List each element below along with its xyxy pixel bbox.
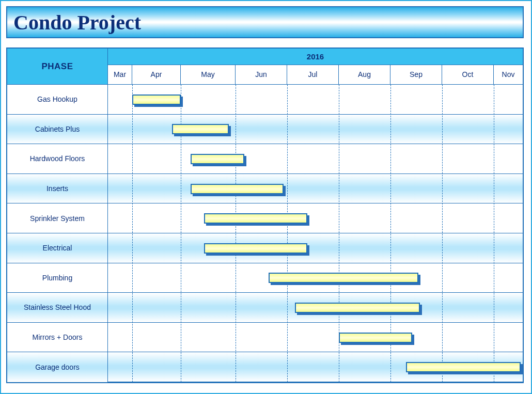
- grid-row: [108, 323, 523, 353]
- grid-vline: [442, 85, 443, 382]
- gantt-bar-fill: [339, 333, 412, 343]
- gantt-bar: [191, 184, 284, 194]
- month-header-apr: Apr: [132, 65, 181, 84]
- grid-row: [108, 203, 523, 233]
- timeline-header: 2016 MarAprMayJunJulAugSepOctNov: [108, 49, 523, 84]
- grid-row: [108, 115, 523, 145]
- month-header-jun: Jun: [236, 65, 287, 84]
- task-label: Cabinets Plus: [7, 115, 107, 145]
- gantt-body: Gas HookupCabinets PlusHardwood FloorsIn…: [7, 85, 523, 382]
- task-label: Gas Hookup: [7, 85, 107, 115]
- gantt-chart: PHASE 2016 MarAprMayJunJulAugSepOctNov G…: [6, 48, 524, 383]
- gantt-bar: [172, 124, 229, 134]
- grid-vline: [494, 85, 494, 382]
- month-header-nov: Nov: [494, 65, 523, 84]
- task-label: Plumbing: [7, 263, 107, 293]
- grid-row: [108, 233, 523, 263]
- grid-vline: [132, 85, 133, 382]
- task-label: Mirrors + Doors: [7, 323, 107, 353]
- month-header-oct: Oct: [442, 65, 494, 84]
- grid-vline: [236, 85, 236, 382]
- task-label: Stainless Steel Hood: [7, 293, 107, 323]
- month-header-may: May: [181, 65, 236, 84]
- grid-row: [108, 174, 523, 204]
- month-header-mar: Mar: [108, 65, 132, 84]
- gantt-bar: [204, 213, 307, 224]
- gantt-bar-fill: [295, 303, 420, 313]
- month-header-sep: Sep: [390, 65, 442, 84]
- gantt-bar: [339, 333, 412, 343]
- year-label: 2016: [108, 49, 523, 65]
- gantt-bar: [269, 273, 418, 283]
- phase-header: PHASE: [7, 49, 108, 84]
- gantt-bar-fill: [191, 154, 244, 164]
- project-title: Condo Project: [13, 10, 141, 35]
- task-label: Sprinkler System: [7, 203, 107, 233]
- title-bar: Condo Project: [6, 6, 524, 38]
- timeline-grid: [108, 85, 523, 382]
- task-label: Garage doors: [7, 352, 107, 382]
- page-root: Condo Project PHASE 2016 MarAprMayJunJul…: [0, 0, 532, 394]
- grid-row: [108, 144, 523, 174]
- task-label: Hardwood Floors: [7, 144, 107, 174]
- gantt-bar-fill: [191, 184, 284, 194]
- gantt-bar-fill: [204, 213, 307, 224]
- gantt-bar: [204, 243, 307, 254]
- gantt-bar: [406, 362, 521, 372]
- gantt-bar-fill: [269, 273, 418, 283]
- task-label: Inserts: [7, 174, 107, 204]
- gantt-bar-fill: [204, 243, 307, 254]
- month-header-aug: Aug: [339, 65, 390, 84]
- months-row: MarAprMayJunJulAugSepOctNov: [108, 65, 523, 84]
- gantt-bar: [295, 303, 420, 313]
- month-header-jul: Jul: [287, 65, 339, 84]
- gantt-header: PHASE 2016 MarAprMayJunJulAugSepOctNov: [7, 49, 523, 85]
- task-label: Electrical: [7, 233, 107, 263]
- gantt-bar: [132, 94, 181, 105]
- grid-vline: [287, 85, 288, 382]
- gantt-bar-fill: [132, 94, 181, 105]
- gantt-bar-fill: [406, 362, 521, 372]
- gantt-bar: [191, 154, 244, 164]
- tasks-column: Gas HookupCabinets PlusHardwood FloorsIn…: [7, 85, 108, 382]
- gantt-bar-fill: [172, 124, 229, 134]
